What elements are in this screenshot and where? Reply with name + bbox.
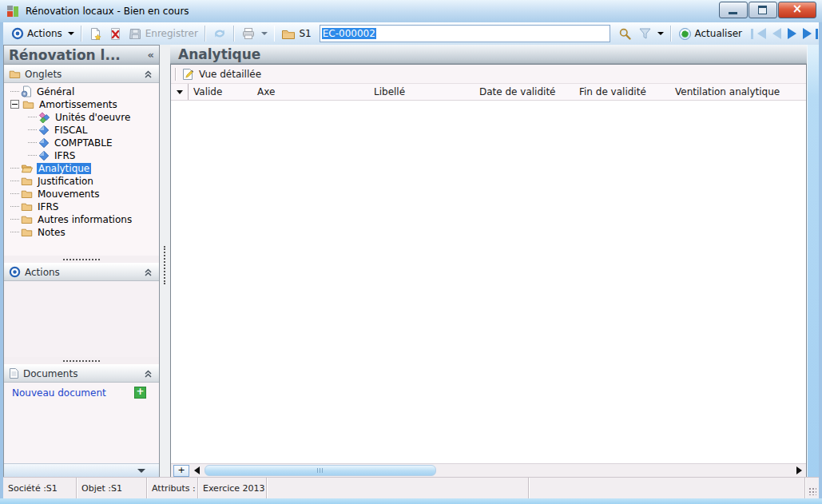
tree-item-justification[interactable]: Justification bbox=[4, 175, 159, 188]
tree-guide bbox=[10, 193, 19, 195]
print-button[interactable] bbox=[238, 26, 271, 42]
folder-icon bbox=[9, 69, 21, 79]
new-record-button[interactable] bbox=[85, 26, 105, 42]
dossier-button[interactable]: S1 bbox=[278, 26, 314, 42]
section-header-documents[interactable]: Documents bbox=[4, 364, 159, 383]
tree-item-g-n-ral[interactable]: Général bbox=[4, 85, 159, 98]
tree-item-label: Analytique bbox=[37, 163, 91, 174]
resize-grip[interactable] bbox=[805, 478, 819, 498]
column-header-valide[interactable]: Valide bbox=[189, 84, 252, 100]
section-header-actions[interactable]: Actions bbox=[4, 263, 159, 281]
title-bar: Rénovation locaux - Bien en cours bbox=[0, 0, 822, 23]
add-document-button[interactable] bbox=[134, 387, 146, 399]
next-record-button[interactable] bbox=[784, 28, 800, 39]
column-header-ventilation-analytique[interactable]: Ventilation analytique bbox=[670, 84, 806, 100]
separator bbox=[81, 26, 82, 42]
record-id-input[interactable]: EC-000002 bbox=[320, 25, 610, 42]
tree-item-comptable[interactable]: COMPTABLE bbox=[4, 137, 159, 149]
scroll-right-button[interactable] bbox=[796, 466, 802, 474]
separator bbox=[205, 26, 206, 42]
collapse-section-icon[interactable] bbox=[143, 69, 153, 79]
toolbar-grip[interactable] bbox=[175, 68, 177, 81]
page-gear-icon bbox=[21, 85, 32, 97]
tree-item-unit-s-d-oeuvre[interactable]: Unités d'oeuvre bbox=[4, 111, 159, 124]
collapse-panel-icon[interactable] bbox=[148, 49, 154, 61]
vertical-splitter[interactable] bbox=[160, 45, 170, 478]
window-border bbox=[0, 22, 3, 504]
last-record-button[interactable] bbox=[800, 28, 819, 39]
actualiser-label: Actualiser bbox=[695, 28, 743, 39]
tree-guide bbox=[28, 155, 37, 157]
left-panel-header: Rénovation l... bbox=[4, 46, 159, 65]
tree-item-label: IFRS bbox=[36, 201, 60, 212]
grid-body[interactable] bbox=[171, 101, 806, 463]
panel-splitter[interactable] bbox=[4, 357, 159, 365]
folder-icon bbox=[281, 28, 296, 40]
tree-item-label: Général bbox=[35, 86, 76, 97]
collapse-section-icon[interactable] bbox=[143, 267, 153, 277]
tree-item-ifrs[interactable]: IFRS bbox=[4, 200, 159, 213]
delete-icon bbox=[109, 27, 122, 41]
tree-item-analytique[interactable]: Analytique bbox=[4, 162, 159, 175]
window-border bbox=[819, 22, 822, 504]
page-title: Analytique bbox=[178, 46, 260, 62]
maximize-button[interactable] bbox=[749, 2, 777, 18]
actualiser-button[interactable]: Actualiser bbox=[675, 26, 746, 42]
diamond-icon bbox=[38, 137, 50, 149]
tree-item-fiscal[interactable]: FISCAL bbox=[4, 124, 159, 137]
record-id-value: EC-000002 bbox=[322, 28, 376, 39]
column-header-axe[interactable]: Axe bbox=[252, 84, 369, 100]
scrollbar-thumb[interactable] bbox=[205, 465, 436, 476]
previous-record-button[interactable] bbox=[769, 28, 784, 39]
vertical-scrollbar[interactable] bbox=[807, 45, 819, 478]
first-record-button[interactable] bbox=[750, 28, 769, 39]
left-panel-title: Rénovation l... bbox=[9, 47, 121, 63]
tree-item-label: FISCAL bbox=[53, 125, 89, 136]
column-chooser-button[interactable] bbox=[171, 84, 189, 100]
tree-item-amortissements[interactable]: Amortissements bbox=[4, 98, 159, 111]
folder-icon bbox=[22, 99, 34, 109]
filter-button[interactable] bbox=[635, 26, 667, 42]
horizontal-scrollbar bbox=[171, 463, 806, 477]
status-cell-5 bbox=[529, 478, 805, 498]
tree-item-mouvements[interactable]: Mouvements bbox=[4, 188, 159, 200]
tree-guide bbox=[10, 168, 19, 169]
app-window: Rénovation locaux - Bien en cours Action… bbox=[0, 0, 822, 504]
column-header-libell-[interactable]: Libellé bbox=[369, 84, 475, 100]
search-button[interactable] bbox=[615, 26, 635, 42]
window-border bbox=[0, 498, 822, 504]
panel-overflow-bar[interactable] bbox=[4, 463, 159, 477]
collapse-section-icon[interactable] bbox=[143, 368, 153, 379]
detail-view-button[interactable]: Vue détaillée bbox=[199, 69, 261, 80]
collapse-node-icon[interactable] bbox=[10, 100, 19, 109]
tree-item-autres-informations[interactable]: Autres informations bbox=[4, 213, 159, 226]
refresh-globe-icon bbox=[678, 27, 692, 41]
column-header-fin-de-validit-[interactable]: Fin de validité bbox=[574, 84, 670, 100]
reload-button[interactable] bbox=[209, 26, 230, 42]
save-label: Enregistrer bbox=[145, 28, 198, 39]
tree-guide bbox=[28, 117, 37, 118]
panel-splitter[interactable] bbox=[4, 256, 159, 264]
tree-item-label: Amortissements bbox=[38, 99, 119, 110]
minimize-button[interactable] bbox=[719, 2, 748, 18]
section-header-onglets[interactable]: Onglets bbox=[4, 65, 159, 83]
add-row-button[interactable] bbox=[173, 465, 189, 477]
scroll-left-button[interactable] bbox=[194, 466, 200, 474]
tree-item-label: Notes bbox=[36, 227, 67, 238]
column-header-date-de-validit-[interactable]: Date de validité bbox=[475, 84, 574, 100]
tree-guide bbox=[10, 206, 19, 208]
new-document-link[interactable]: Nouveau document bbox=[12, 387, 106, 399]
tree-guide bbox=[28, 129, 37, 131]
actions-menu-button[interactable]: Actions bbox=[8, 26, 77, 42]
tree-item-notes[interactable]: Notes bbox=[4, 226, 159, 239]
save-button[interactable]: Enregistrer bbox=[125, 26, 201, 42]
save-icon bbox=[129, 27, 142, 41]
tree-item-ifrs[interactable]: IFRS bbox=[4, 149, 159, 162]
tree-item-label: Mouvements bbox=[36, 189, 101, 200]
status-cell-1: Objet :S1 bbox=[77, 478, 147, 498]
close-button[interactable] bbox=[778, 2, 816, 18]
document-icon bbox=[9, 367, 19, 379]
delete-record-button[interactable] bbox=[105, 26, 125, 42]
refresh-arrows-icon bbox=[212, 27, 227, 40]
status-cell-3: Exercice 2013 bbox=[198, 478, 267, 498]
